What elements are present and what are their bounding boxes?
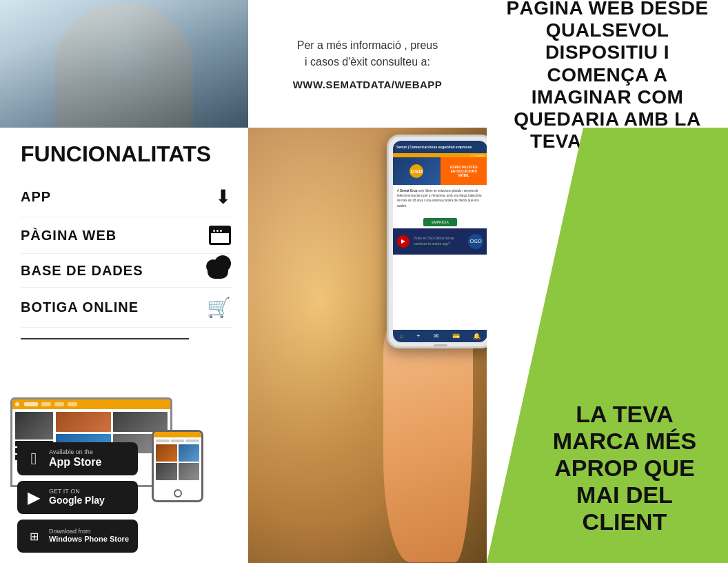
cloud-icon-shape [205, 262, 231, 279]
feature-label-shop: BOTIGA ONLINE [21, 299, 139, 315]
googleplay-icon: ▶ [26, 488, 42, 507]
googleplay-text: GET IT ON Google Play [49, 488, 105, 506]
appstore-small-text: Available on the [49, 449, 101, 455]
appstore-text: Available on the App Store [49, 449, 101, 468]
googleplay-small-text: GET IT ON [49, 488, 105, 495]
browser-icon-shape [209, 226, 231, 245]
top-center-info: Per a més informació , preus i casos d'è… [248, 0, 487, 128]
apple-icon:  [26, 449, 42, 468]
feature-label-web: PÀGINA WEB [21, 228, 117, 244]
photo-overlay [0, 0, 248, 128]
windowsphone-big-text: Windows Phone Store [49, 535, 129, 544]
feature-label-db: BASE DE DADES [21, 263, 143, 279]
phone-mockup: Semat | Comunicaciones seguridad empresa… [363, 128, 487, 562]
feature-row-web: PÀGINA WEB [21, 217, 231, 254]
app-buttons-container:  Available on the App Store ▶ GET IT ON… [0, 442, 248, 553]
top-photo [0, 0, 248, 128]
website-url[interactable]: WWW.SEMATDATA/WEBAPP [293, 79, 443, 90]
appstore-big-text: App Store [49, 455, 101, 468]
right-bottom-heading: LA TEVA MARCA MÉS APROP QUE MAI DEL CLIE… [538, 401, 711, 535]
googleplay-big-text: Google Play [49, 495, 105, 506]
info-text: Per a més informació , preus i casos d'è… [297, 37, 438, 70]
funcionalitats-title: FUNCIONALITATS [21, 141, 231, 167]
windows-icon: ⊞ [26, 530, 42, 543]
windowsphone-small-text: Download from [49, 529, 129, 535]
left-column: FUNCIONALITATS APP ⬇ PÀGINA WEB BASE DE [0, 128, 248, 563]
cloud-icon [205, 262, 231, 279]
top-right-section: VISITA LA NOSTRA PÀGINA WEB DESDE QUALSE… [487, 0, 728, 128]
divider [21, 338, 189, 339]
center-column: Semat | Comunicaciones seguridad empresa… [248, 128, 487, 563]
info-line2: i casos d'èxit consulteu a: [305, 56, 430, 68]
browser-icon [209, 226, 231, 245]
feature-label-app: APP [21, 189, 51, 205]
feature-row-db: BASE DE DADES [21, 254, 231, 288]
right-col-content: LA TEVA MARCA MÉS APROP QUE MAI DEL CLIE… [487, 128, 728, 563]
appstore-button[interactable]:  Available on the App Store [17, 442, 138, 475]
feature-row-shop: BOTIGA ONLINE 🛒 [21, 288, 231, 328]
download-icon: ⬇ [215, 186, 231, 208]
windowsphone-button[interactable]: ⊞ Download from Windows Phone Store [17, 520, 138, 553]
main-area: FUNCIONALITATS APP ⬇ PÀGINA WEB BASE DE [0, 128, 728, 563]
cart-icon: 🛒 [207, 296, 231, 319]
windowsphone-text: Download from Windows Phone Store [49, 529, 129, 544]
googleplay-button[interactable]: ▶ GET IT ON Google Play [17, 481, 138, 514]
right-column: LA TEVA MARCA MÉS APROP QUE MAI DEL CLIE… [487, 128, 728, 563]
top-strip: Per a més informació , preus i casos d'è… [0, 0, 728, 128]
feature-row-app: APP ⬇ [21, 177, 231, 217]
tablet-topbar [154, 432, 201, 437]
info-line1: Per a més informació , preus [297, 39, 438, 51]
